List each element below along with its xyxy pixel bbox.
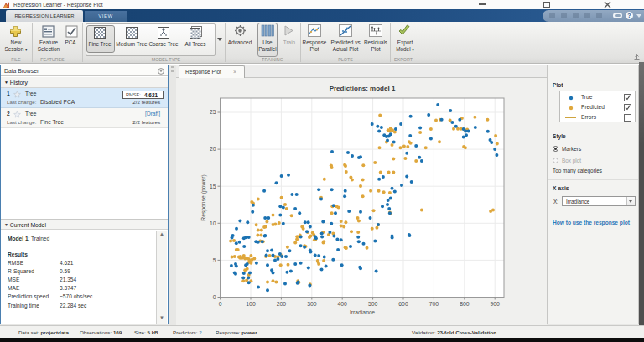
svg-text:10: 10 — [210, 220, 216, 226]
svg-text:0: 0 — [213, 294, 216, 300]
svg-text:800: 800 — [460, 301, 470, 307]
svg-text:900: 900 — [491, 301, 501, 307]
svg-text:Irradiance: Irradiance — [350, 309, 375, 315]
svg-text:0: 0 — [219, 301, 222, 307]
svg-text:500: 500 — [368, 301, 378, 307]
svg-text:300: 300 — [307, 301, 317, 307]
svg-text:5: 5 — [213, 257, 216, 263]
svg-text:25: 25 — [210, 109, 216, 115]
svg-text:Response (power): Response (power) — [200, 174, 207, 221]
svg-text:20: 20 — [210, 146, 216, 152]
svg-text:400: 400 — [338, 301, 348, 307]
svg-text:15: 15 — [210, 184, 216, 189]
svg-text:600: 600 — [398, 301, 408, 307]
svg-text:Predictions: model 1: Predictions: model 1 — [330, 85, 396, 92]
svg-text:700: 700 — [429, 301, 439, 307]
svg-text:200: 200 — [277, 301, 287, 307]
svg-text:100: 100 — [246, 301, 256, 307]
